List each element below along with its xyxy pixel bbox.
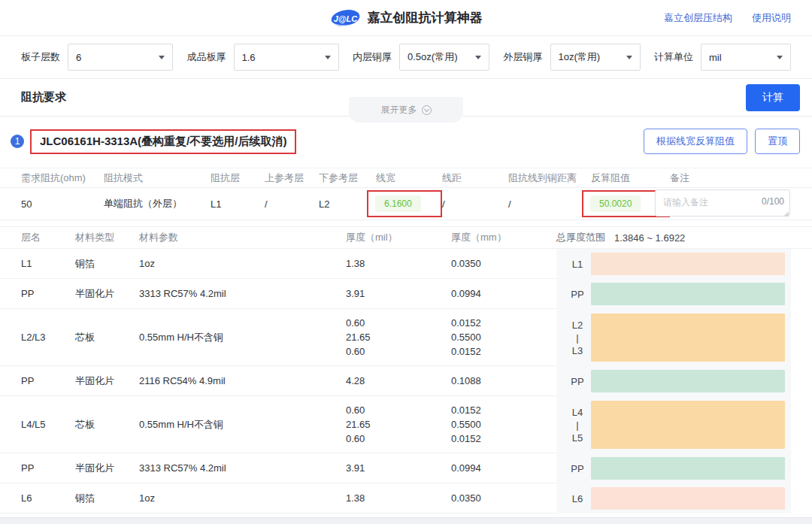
layer-bar-prepreg (591, 370, 785, 392)
impedance-table-row: 50 单端阻抗（外层） L1 / L2 6.1600 / / 50.0020 0… (0, 187, 812, 220)
table-row: PP 半固化片 2116 RC54% 4.9mil 4.28 0.1088 (0, 366, 556, 396)
thickness-mil: 0.60 21.65 0.60 (346, 316, 451, 359)
col-upper-ref: 上参考层 (265, 171, 319, 185)
section-title: 阻抗要求 (21, 90, 66, 104)
outer-copper-select[interactable]: 1oz(常用) (550, 44, 641, 71)
layer-bar-prepreg (591, 457, 785, 480)
diagram-label: L1 (564, 258, 591, 271)
board-layers-select[interactable]: 6 (68, 44, 173, 71)
diagram-row: L4 | L5 (564, 396, 791, 453)
material-type: 铜箔 (75, 491, 139, 505)
line-space-value: / (442, 198, 508, 210)
total-range-label: 总厚度范围 (556, 231, 605, 244)
thickness-mm: 0.0350 (451, 491, 556, 505)
bottom-strip (0, 517, 812, 524)
copper-distance-value: / (508, 198, 591, 210)
layer-bar-copper (591, 487, 785, 510)
diagram-label: L2 | L3 (564, 319, 591, 357)
col-material-param: 材料参数 (139, 231, 346, 244)
col-mode: 阻抗模式 (104, 171, 211, 185)
layer-bar-prepreg (591, 283, 785, 305)
layer-name: PP (21, 374, 75, 388)
material-param: 2116 RC54% 4.9mil (139, 374, 346, 388)
material-type: 半固化片 (75, 461, 139, 475)
field-board-layers: 板子层数 6 (21, 44, 173, 71)
layer-value: L1 (211, 198, 265, 210)
diagram-row: L1 (564, 249, 791, 279)
calc-unit-label: 计算单位 (654, 50, 693, 64)
upper-ref-value: / (265, 198, 319, 210)
pin-top-button[interactable]: 置顶 (755, 129, 800, 154)
diagram-label: L4 | L5 (564, 406, 591, 444)
field-inner-copper: 内层铜厚 0.5oz(常用) (353, 44, 489, 71)
top-links: 嘉立创层压结构 使用说明 (664, 11, 791, 25)
material-param: 0.55mm H/H不含铜 (139, 330, 346, 344)
index-badge: 1 (11, 135, 24, 148)
link-usage-guide[interactable]: 使用说明 (752, 11, 791, 25)
calculate-button[interactable]: 计算 (746, 84, 800, 111)
table-row: L4/L5 芯板 0.55mm H/H不含铜 0.60 21.65 0.60 0… (0, 396, 556, 453)
col-thickness-mm: 厚度（mm） (451, 231, 556, 244)
thickness-mil: 3.91 (346, 461, 451, 475)
note-counter: 0/100 (762, 196, 784, 207)
layer-bar-copper (591, 253, 785, 275)
resize-handle-icon[interactable] (783, 211, 789, 217)
layer-name: PP (21, 286, 75, 301)
chevron-down-circle-icon (422, 105, 432, 115)
outer-copper-value: 1oz(常用) (559, 50, 601, 64)
expand-more-label: 展开更多 (381, 104, 417, 117)
col-layer-name: 层名 (21, 231, 75, 244)
col-material-type: 材料类型 (75, 231, 139, 244)
col-demand: 需求阻抗(ohm) (21, 171, 104, 185)
thickness-mm: 0.0994 (451, 461, 556, 475)
diagram-label: PP (564, 288, 591, 301)
col-lower-ref: 下参考层 (319, 171, 376, 185)
settings-bar: 板子层数 6 成品板厚 1.6 内层铜厚 0.5oz(常用) 外层铜厚 1oz(… (0, 36, 812, 79)
diagram-label: L6 (564, 492, 591, 505)
layer-bar-core (591, 401, 785, 449)
thickness-mil: 1.38 (346, 491, 451, 505)
impedance-table: 需求阻抗(ohm) 阻抗模式 阻抗层 上参考层 下参考层 线宽 线距 阻抗线到铜… (0, 168, 812, 220)
thickness-mm: 0.1088 (451, 374, 556, 388)
material-param: 3313 RC57% 4.2mil (139, 461, 346, 475)
board-layers-value: 6 (76, 52, 81, 63)
reverse-impedance-value: 50.0020 (590, 195, 641, 212)
board-thickness-select[interactable]: 1.6 (234, 44, 339, 71)
chevron-down-icon (475, 56, 481, 62)
diagram-row: PP (564, 279, 791, 309)
stackup-title-row: 1 JLC06161H-3313A(叠构重复/不要选用/后续取消) 根据线宽反算… (0, 127, 812, 156)
layer-table-header: 层名 材料类型 材料参数 厚度（mil） 厚度（mm） 总厚度范围 1.3846… (0, 226, 812, 249)
thickness-mil: 0.60 21.65 0.60 (346, 403, 451, 446)
col-reverse-value: 反算阻值 (591, 171, 670, 185)
material-param: 3313 RC57% 4.2mil (139, 286, 346, 301)
material-param: 0.55mm H/H不含铜 (139, 417, 346, 432)
diagram-row: L2 | L3 (564, 309, 791, 366)
link-lamination-structure[interactable]: 嘉立创层压结构 (664, 11, 732, 25)
inner-copper-label: 内层铜厚 (353, 50, 392, 64)
material-param: 1oz (139, 256, 346, 271)
note-field-wrap: 0/100 (655, 189, 790, 219)
col-thickness-mil: 厚度（mil） (346, 231, 451, 244)
col-line-width: 线宽 (376, 171, 442, 185)
calc-unit-value: mil (709, 52, 722, 63)
inner-copper-select[interactable]: 0.5oz(常用) (399, 44, 489, 71)
calc-unit-select[interactable]: mil (701, 44, 791, 71)
col-layer: 阻抗层 (211, 171, 265, 185)
outer-copper-label: 外层铜厚 (504, 50, 543, 64)
reverse-calc-button[interactable]: 根据线宽反算阻值 (644, 129, 747, 154)
svg-text:J@LC: J@LC (334, 14, 359, 23)
line-width-annotation: 6.1600 (367, 190, 442, 217)
layer-name: PP (21, 461, 75, 475)
col-note: 备注 (670, 171, 800, 185)
thickness-mm: 0.0152 0.5500 0.0152 (451, 316, 556, 359)
inner-copper-value: 0.5oz(常用) (408, 50, 457, 64)
top-header: J@LC 嘉立创阻抗计算神器 嘉立创层压结构 使用说明 (0, 0, 812, 36)
chevron-down-icon (777, 56, 783, 62)
thickness-mm: 0.0350 (451, 256, 556, 271)
expand-more-tab[interactable]: 展开更多 (349, 97, 463, 123)
material-type: 芯板 (75, 417, 139, 432)
diagram-row: PP (564, 453, 791, 483)
diagram-row: PP (564, 366, 791, 396)
mode-value: 单端阻抗（外层） (104, 197, 211, 211)
stackup-name: JLC06161H-3313A(叠构重复/不要选用/后续取消) (30, 129, 296, 154)
